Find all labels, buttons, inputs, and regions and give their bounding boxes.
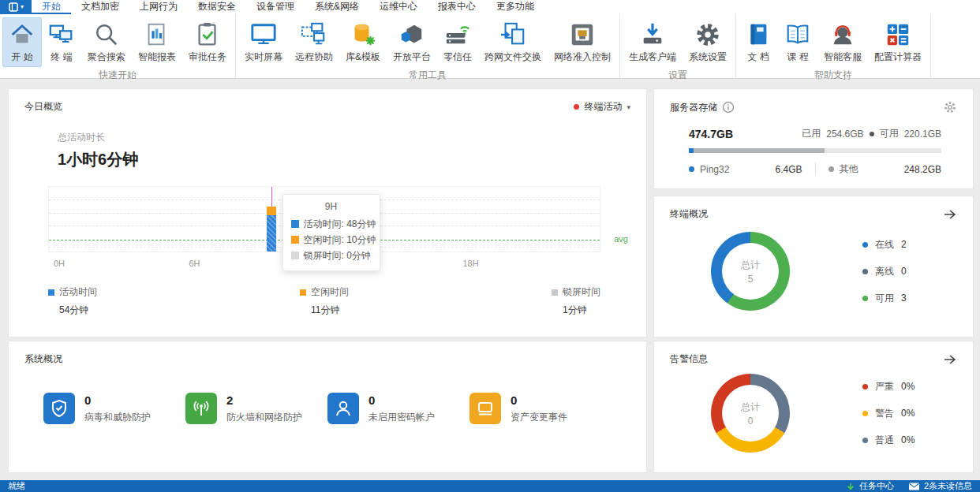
arrow-right-icon[interactable] <box>943 209 957 220</box>
menu-item-data-security[interactable]: 数据安全 <box>188 0 246 14</box>
tooltip-row-idle-text: 空闲时间: 10分钟 <box>304 232 376 248</box>
activity-bar-chart: avg 0H 6H 12H 18H 9H <box>48 186 600 271</box>
ribbon-aggregate-search-button[interactable]: 聚合搜索 <box>81 17 132 67</box>
terminal-donut-center: 总计 5 <box>722 243 779 300</box>
app-logo-button[interactable]: ▾ <box>0 0 32 14</box>
ribbon-approval-tasks-button[interactable]: 审批任务 <box>182 17 233 67</box>
chart-tooltip: 9H 活动时间: 48分钟 空闲时间: 10分钟 锁屏时间: 0分钟 <box>282 194 380 271</box>
generate-client-icon <box>639 21 666 48</box>
ribbon-group-settings: 生成客户端 系统设置 设置 <box>620 14 736 78</box>
x-tick-18h: 18H <box>462 259 478 268</box>
total-activity-value: 1小时6分钟 <box>58 149 646 170</box>
info-icon[interactable] <box>722 101 735 114</box>
stat-password-accounts-label: 未启用密码帐户 <box>368 411 435 424</box>
ribbon-group-quick-start: 开 始 终 端 聚合搜索 <box>0 14 236 78</box>
legend-toggle-active[interactable]: 活动时间 <box>48 285 97 299</box>
menu-item-system-network[interactable]: 系统&网络 <box>305 0 369 14</box>
terminal-offline-value: 0 <box>901 266 907 277</box>
storage-segment-free <box>825 148 942 153</box>
ribbon-docs-button[interactable]: 文 档 <box>739 17 778 67</box>
alerts-title: 告警信息 <box>670 352 708 366</box>
chevron-down-icon: ▾ <box>627 103 630 111</box>
alerts-warning-value: 0% <box>901 408 915 419</box>
ribbon-aggregate-search-label: 聚合搜索 <box>88 50 125 64</box>
terminal-total-label: 总计 <box>741 259 760 272</box>
ribbon-group-help: 文 档 课 程 智能客服 <box>736 14 931 78</box>
menu-item-start[interactable]: 开始 <box>32 0 71 14</box>
offline-dot-icon <box>862 269 868 274</box>
stat-firewall-network[interactable]: 2 防火墙和网络防护 <box>185 393 327 424</box>
storage-free-value: 220.1GB <box>904 129 941 140</box>
server-storage-panel: 服务器存储 474.7GB 已用 254.6GB 可用 <box>653 88 974 189</box>
system-overview-panel: 系统概况 0 病毒和威胁防护 <box>8 341 647 473</box>
ribbon-calculator-button[interactable]: 配置计算器 <box>868 17 928 67</box>
gear-icon[interactable] <box>943 100 957 114</box>
legend-toggle-locked[interactable]: 锁屏时间 <box>552 285 600 299</box>
terminal-donut-body: 总计 5 在线 2 离线 0 <box>654 232 973 311</box>
other-dot-icon <box>829 166 834 172</box>
hover-crosshair-line <box>271 187 272 207</box>
ribbon-courses-label: 课 程 <box>787 50 808 64</box>
storage-item-ping32: Ping32 6.4GB <box>689 162 802 176</box>
menu-item-report-center[interactable]: 报表中心 <box>428 0 486 14</box>
terminal-total-value: 5 <box>748 274 754 285</box>
storage-progress-bar <box>689 148 941 153</box>
ribbon-remote-assist-button[interactable]: 远程协助 <box>289 17 339 67</box>
task-center-label: 任务中心 <box>859 480 894 492</box>
alerts-total-value: 0 <box>748 416 754 427</box>
ribbon-file-exchange-label: 跨网文件交换 <box>484 50 541 64</box>
menu-item-ops-center[interactable]: 运维中心 <box>369 0 428 14</box>
ping32-dot-icon <box>689 166 694 172</box>
screen-icon <box>250 21 277 48</box>
terminal-online-label: 在线 <box>875 238 894 252</box>
menu-item-web-behavior[interactable]: 上网行为 <box>129 0 188 14</box>
menu-item-device-management[interactable]: 设备管理 <box>246 0 305 14</box>
arrow-right-icon[interactable] <box>943 354 957 365</box>
ribbon-file-exchange-button[interactable]: 跨网文件交换 <box>478 17 548 67</box>
stat-password-accounts[interactable]: 0 未启用密码帐户 <box>327 393 469 424</box>
terminal-legend-available: 可用 3 <box>862 292 907 305</box>
idle-time-swatch <box>291 236 299 244</box>
system-overview-title: 系统概况 <box>24 352 62 366</box>
ribbon-support-button[interactable]: 智能客服 <box>817 17 868 67</box>
terminal-available-label: 可用 <box>875 292 894 305</box>
ribbon-generate-client-button[interactable]: 生成客户端 <box>623 17 683 67</box>
stacked-bar-9h[interactable] <box>267 207 276 252</box>
unread-messages-button[interactable]: 2条未读信息 <box>908 480 972 492</box>
download-arrow-icon <box>846 482 855 491</box>
tooltip-row-locked: 锁屏时间: 0分钟 <box>291 248 372 263</box>
ribbon-courses-button[interactable]: 课 程 <box>778 17 817 67</box>
legend-value-locked: 1分钟 <box>563 304 600 317</box>
system-stats: 0 病毒和威胁防护 2 防火墙和网络防护 <box>9 393 646 424</box>
ribbon-zero-trust-button[interactable]: 零信任 <box>437 17 478 67</box>
alerts-legend-critical: 严重 0% <box>862 380 915 393</box>
ribbon-smart-report-button[interactable]: 智能报表 <box>132 17 182 67</box>
ribbon-system-settings-button[interactable]: 系统设置 <box>683 17 733 67</box>
ribbon-approval-tasks-label: 审批任务 <box>189 50 226 64</box>
legend-toggle-idle[interactable]: 空闲时间 <box>300 285 349 299</box>
terminal-offline-label: 离线 <box>875 265 894 278</box>
ribbon-library-template-button[interactable]: 库&模板 <box>339 17 387 67</box>
storage-used-value: 254.6GB <box>826 129 863 140</box>
x-tick-0h: 0H <box>54 259 65 268</box>
ribbon-open-platform-button[interactable]: 开放平台 <box>387 17 437 67</box>
ribbon-terminal-button[interactable]: 终 端 <box>42 17 81 67</box>
task-center-button[interactable]: 任务中心 <box>846 480 894 492</box>
ribbon-start-button[interactable]: 开 始 <box>2 17 42 67</box>
menu-item-doc-encryption[interactable]: 文档加密 <box>71 0 129 14</box>
ribbon-docs-label: 文 档 <box>747 50 769 64</box>
menu-item-more-features[interactable]: 更多功能 <box>486 0 544 14</box>
ribbon-network-access-button[interactable]: 网络准入控制 <box>548 17 617 67</box>
ribbon-realtime-screen-button[interactable]: 实时屏幕 <box>238 17 289 67</box>
alerts-normal-value: 0% <box>901 434 915 445</box>
idle-time-segment <box>267 207 276 215</box>
terminal-activity-dropdown[interactable]: 终端活动 ▾ <box>574 100 630 114</box>
stat-virus-threat[interactable]: 0 病毒和威胁防护 <box>43 393 185 424</box>
tooltip-title: 9H <box>291 201 372 212</box>
ribbon-support-label: 智能客服 <box>824 50 862 64</box>
shield-check-icon <box>43 393 75 424</box>
stat-asset-change[interactable]: 0 资产变更事件 <box>469 393 612 424</box>
support-icon <box>829 21 856 48</box>
ribbon-terminal-label: 终 端 <box>50 50 72 64</box>
stat-firewall-network-value: 2 <box>226 393 302 407</box>
